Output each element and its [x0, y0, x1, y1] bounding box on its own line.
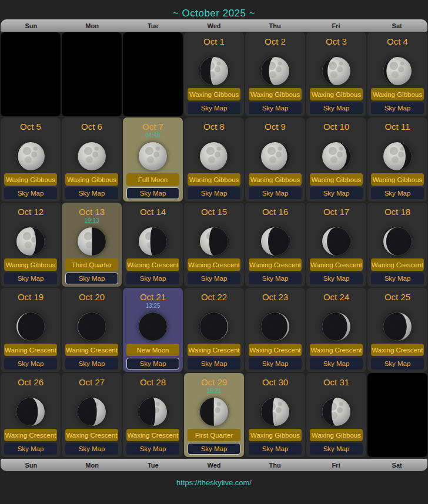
day-cell-oct-2: Oct 2 Waxing GibbousSky Map	[245, 32, 305, 116]
phase-label-badge[interactable]: Waxing Crescent	[371, 344, 424, 356]
day-cell-oct-30: Oct 30 Waxing GibbousSky Map	[245, 373, 305, 457]
moon-phase-image	[64, 139, 119, 173]
phase-label-badge[interactable]: Waning Gibbous	[371, 173, 424, 186]
sky-map-link[interactable]: Sky Map	[4, 273, 57, 284]
day-cell-oct-23: Oct 23 Waxing CrescentSky Map	[245, 288, 305, 372]
sky-map-link[interactable]: Sky Map	[126, 187, 179, 199]
day-cell-oct-6: Oct 6 Waxing GibbousSky Map	[62, 117, 122, 201]
phase-label-badge[interactable]: Waxing Gibbous	[4, 173, 57, 186]
phase-label-badge[interactable]: Waxing Gibbous	[65, 173, 118, 186]
empty-cell	[367, 373, 427, 457]
weekday-label-thu: Thu	[245, 462, 306, 469]
sky-map-link[interactable]: Sky Map	[4, 358, 57, 369]
weekday-header-top: SunMonTueWedThuFriSat	[1, 19, 427, 32]
day-cell-oct-17: Oct 17 Waning CrescentSky Map	[306, 203, 366, 287]
phase-label-badge[interactable]: Waning Crescent	[4, 344, 57, 356]
weekday-label-mon: Mon	[62, 22, 123, 29]
moon-phase-image	[370, 54, 425, 88]
cell-date: Oct 22	[201, 292, 227, 302]
phase-label-badge[interactable]: Waning Crescent	[65, 344, 118, 356]
sky-map-link[interactable]: Sky Map	[249, 102, 302, 114]
cell-date: Oct 7	[142, 122, 163, 132]
day-cell-oct-9: Oct 9 Waning GibbousSky Map	[245, 117, 305, 201]
sky-map-link[interactable]: Sky Map	[65, 187, 118, 199]
moon-phase-image	[309, 395, 364, 429]
page-footer: https://theskylive.com/	[0, 471, 428, 487]
sky-map-link[interactable]: Sky Map	[188, 443, 240, 455]
sky-map-link[interactable]: Sky Map	[249, 358, 302, 369]
phase-label-badge[interactable]: Waxing Crescent	[65, 429, 118, 441]
sky-map-link[interactable]: Sky Map	[249, 443, 302, 455]
phase-label-badge[interactable]: Waxing Crescent	[4, 429, 57, 441]
cell-date: Oct 11	[384, 122, 410, 132]
sky-map-link[interactable]: Sky Map	[371, 102, 424, 114]
phase-label-badge[interactable]: Waxing Crescent	[249, 344, 302, 356]
cell-date: Oct 8	[203, 122, 225, 132]
sky-map-link[interactable]: Sky Map	[188, 187, 240, 199]
sky-map-link[interactable]: Sky Map	[371, 273, 424, 284]
cell-date: Oct 23	[262, 292, 288, 302]
phase-label-badge[interactable]: Waning Crescent	[371, 258, 424, 271]
phase-label-badge[interactable]: Waning Gibbous	[188, 173, 240, 186]
weekday-label-tue: Tue	[122, 22, 183, 29]
day-cell-oct-1: Oct 1 Waxing GibbousSky Map	[184, 32, 244, 116]
phase-label-badge[interactable]: New Moon	[126, 344, 179, 356]
phase-label-badge[interactable]: Waxing Gibbous	[371, 88, 424, 100]
phase-time: 19:13	[84, 217, 99, 224]
sky-map-link[interactable]: Sky Map	[188, 102, 240, 114]
sky-map-link[interactable]: Sky Map	[126, 273, 179, 284]
sky-map-link[interactable]: Sky Map	[65, 358, 118, 369]
phase-label-badge[interactable]: Waning Gibbous	[4, 258, 57, 271]
sky-map-link[interactable]: Sky Map	[4, 187, 57, 199]
moon-phase-image	[186, 224, 242, 258]
moon-phase-image	[248, 54, 303, 88]
sky-map-link[interactable]: Sky Map	[371, 187, 424, 199]
phase-label-badge[interactable]: Waning Gibbous	[310, 173, 363, 186]
sky-map-link[interactable]: Sky Map	[371, 358, 424, 369]
day-cell-oct-24: Oct 24 Waxing CrescentSky Map	[306, 288, 366, 372]
sky-map-link[interactable]: Sky Map	[188, 273, 240, 284]
phase-label-badge[interactable]: Waxing Gibbous	[188, 88, 240, 100]
phase-label-badge[interactable]: Waxing Gibbous	[310, 429, 363, 441]
moon-phase-image	[186, 395, 242, 429]
sky-map-link[interactable]: Sky Map	[65, 273, 118, 284]
phase-time: 04:48	[145, 132, 160, 139]
phase-label-badge[interactable]: Waxing Gibbous	[249, 429, 302, 441]
sky-map-link[interactable]: Sky Map	[126, 443, 179, 455]
cell-date: Oct 29	[201, 377, 227, 387]
sky-map-link[interactable]: Sky Map	[310, 187, 363, 199]
weekday-label-sat: Sat	[366, 462, 427, 469]
phase-label-badge[interactable]: Waning Crescent	[249, 258, 302, 271]
phase-label-badge[interactable]: First Quarter	[188, 429, 240, 441]
phase-label-badge[interactable]: Waxing Crescent	[188, 344, 240, 356]
moon-phase-image	[3, 224, 58, 258]
weekday-label-sat: Sat	[366, 22, 427, 29]
sky-map-link[interactable]: Sky Map	[249, 187, 302, 199]
phase-label-badge[interactable]: Waning Crescent	[126, 258, 179, 271]
sky-map-link[interactable]: Sky Map	[310, 443, 363, 455]
phase-label-badge[interactable]: Waning Crescent	[188, 258, 240, 271]
sky-map-link[interactable]: Sky Map	[65, 443, 118, 455]
sky-map-link[interactable]: Sky Map	[4, 443, 57, 455]
day-cell-oct-16: Oct 16 Waning CrescentSky Map	[245, 203, 305, 287]
cell-date: Oct 16	[262, 207, 288, 217]
sky-map-link[interactable]: Sky Map	[188, 358, 240, 369]
cell-date: Oct 30	[262, 377, 288, 387]
phase-label-badge[interactable]: Waning Gibbous	[249, 173, 302, 186]
phase-label-badge[interactable]: Waxing Crescent	[310, 344, 363, 356]
cell-date: Oct 12	[18, 207, 44, 217]
phase-label-badge[interactable]: Full Moon	[126, 173, 179, 186]
phase-label-badge[interactable]: Waxing Crescent	[126, 429, 179, 441]
sky-map-link[interactable]: Sky Map	[126, 358, 179, 369]
phase-time: 16:21	[206, 387, 221, 395]
sky-map-link[interactable]: Sky Map	[310, 273, 363, 284]
sky-map-link[interactable]: Sky Map	[310, 102, 363, 114]
sky-map-link[interactable]: Sky Map	[249, 273, 302, 284]
phase-label-badge[interactable]: Third Quarter	[65, 258, 118, 271]
phase-label-badge[interactable]: Waxing Gibbous	[310, 88, 363, 100]
sky-map-link[interactable]: Sky Map	[310, 358, 363, 369]
footer-link[interactable]: https://theskylive.com/	[176, 478, 252, 487]
cell-date: Oct 27	[79, 377, 105, 387]
phase-label-badge[interactable]: Waning Crescent	[310, 258, 363, 271]
phase-label-badge[interactable]: Waxing Gibbous	[249, 88, 302, 100]
